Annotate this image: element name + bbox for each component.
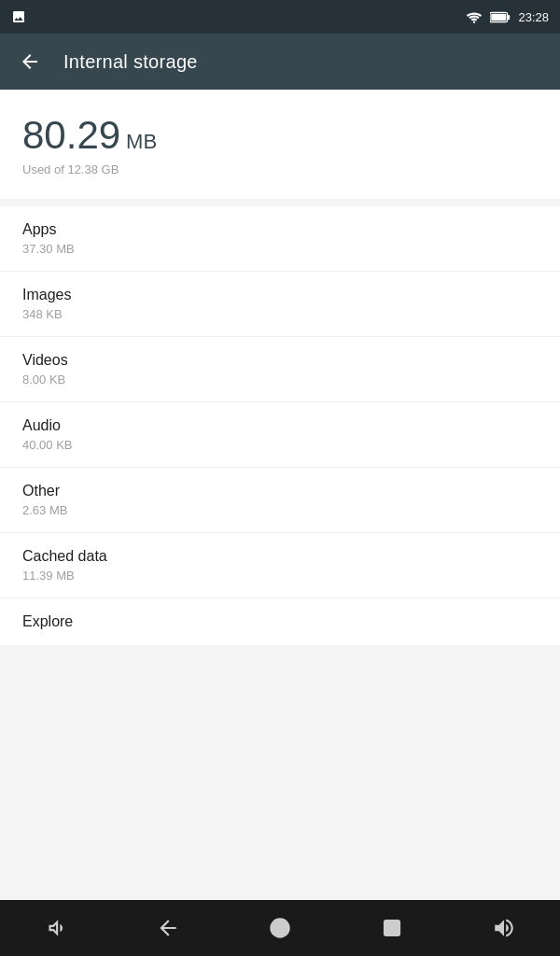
status-bar-left bbox=[11, 9, 26, 24]
home-nav-icon bbox=[268, 916, 292, 940]
list-item-images[interactable]: Images 348 KB bbox=[0, 272, 560, 337]
list-item-audio[interactable]: Audio 40.00 KB bbox=[0, 402, 560, 468]
list-item-videos-subtitle: 8.00 KB bbox=[22, 373, 538, 387]
battery-icon bbox=[490, 11, 511, 23]
list-item-audio-title: Audio bbox=[22, 417, 538, 434]
svg-rect-4 bbox=[385, 921, 400, 936]
volume-down-button[interactable] bbox=[19, 900, 93, 956]
svg-rect-1 bbox=[508, 14, 510, 19]
back-nav-icon bbox=[156, 916, 180, 940]
list-item-other-title: Other bbox=[22, 483, 538, 499]
list-item-other-subtitle: 2.63 MB bbox=[22, 503, 538, 517]
volume-up-button[interactable] bbox=[467, 900, 541, 956]
home-nav-button[interactable] bbox=[243, 900, 317, 956]
wifi-icon bbox=[466, 10, 483, 23]
app-bar: Internal storage bbox=[0, 34, 560, 90]
list-item-explore[interactable]: Explore bbox=[0, 598, 560, 645]
storage-summary: 80.29 MB Used of 12.38 GB bbox=[0, 90, 560, 199]
screenshot-icon bbox=[11, 9, 26, 24]
list-item-videos-title: Videos bbox=[22, 352, 538, 369]
list-item-cached-data[interactable]: Cached data 11.39 MB bbox=[0, 533, 560, 598]
list-item-explore-title: Explore bbox=[22, 613, 538, 630]
list-item-apps-title: Apps bbox=[22, 221, 538, 238]
app-bar-title: Internal storage bbox=[63, 51, 198, 73]
list-item-other[interactable]: Other 2.63 MB bbox=[0, 468, 560, 533]
list-item-videos[interactable]: Videos 8.00 KB bbox=[0, 337, 560, 402]
storage-used-text: Used of 12.38 GB bbox=[22, 162, 538, 176]
list-item-audio-subtitle: 40.00 KB bbox=[22, 438, 538, 452]
svg-rect-2 bbox=[492, 13, 507, 21]
recents-nav-button[interactable] bbox=[355, 900, 429, 956]
storage-list-section: Apps 37.30 MB Images 348 KB Videos 8.00 … bbox=[0, 206, 560, 645]
list-item-apps-subtitle: 37.30 MB bbox=[22, 242, 538, 256]
storage-size-display: 80.29 MB bbox=[22, 116, 538, 155]
list-item-cached-data-title: Cached data bbox=[22, 548, 538, 565]
back-button[interactable] bbox=[15, 47, 45, 77]
volume-up-icon bbox=[492, 916, 516, 940]
status-time: 23:28 bbox=[518, 10, 549, 24]
list-item-images-title: Images bbox=[22, 287, 538, 303]
back-nav-button[interactable] bbox=[131, 900, 205, 956]
main-content: 80.29 MB Used of 12.38 GB Apps 37.30 MB … bbox=[0, 90, 560, 900]
status-bar: 23:28 bbox=[0, 0, 560, 34]
navigation-bar bbox=[0, 900, 560, 956]
list-item-cached-data-subtitle: 11.39 MB bbox=[22, 569, 538, 583]
volume-down-icon bbox=[44, 916, 68, 940]
storage-size-number: 80.29 bbox=[22, 116, 120, 155]
svg-point-3 bbox=[271, 919, 289, 937]
list-item-apps[interactable]: Apps 37.30 MB bbox=[0, 206, 560, 272]
storage-size-unit: MB bbox=[126, 130, 157, 154]
list-item-images-subtitle: 348 KB bbox=[22, 307, 538, 321]
status-bar-right: 23:28 bbox=[466, 10, 549, 24]
recents-nav-icon bbox=[382, 918, 402, 938]
